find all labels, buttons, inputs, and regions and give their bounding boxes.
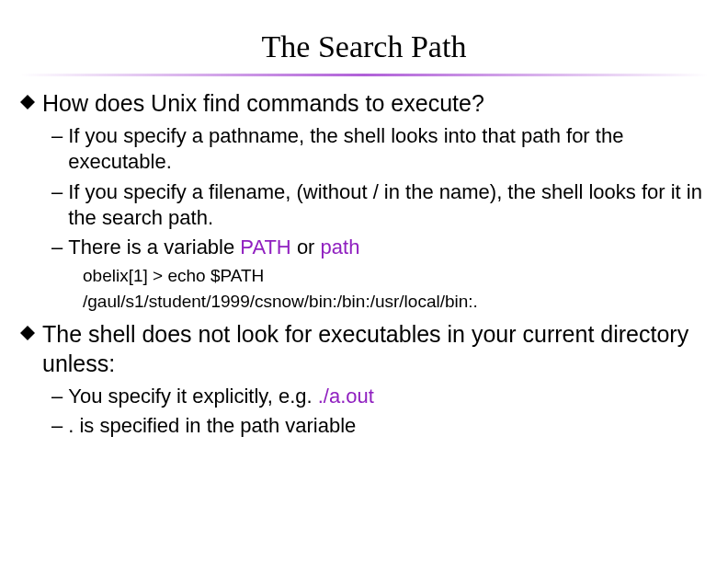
text-fragment: There is a variable bbox=[68, 236, 240, 259]
level2-text: If you specify a filename, (without / in… bbox=[68, 179, 708, 231]
bullet-group-2: The shell does not look for executables … bbox=[20, 320, 708, 439]
highlight-path: PATH bbox=[240, 236, 290, 259]
slide-content: How does Unix find commands to execute? … bbox=[0, 89, 728, 439]
level1-item: How does Unix find commands to execute? bbox=[20, 89, 708, 118]
level2-text: You specify it explicitly, e.g. ./a.out bbox=[68, 384, 708, 409]
text-fragment: or bbox=[291, 236, 321, 259]
level2-item: – If you specify a pathname, the shell l… bbox=[51, 123, 708, 175]
dash-bullet: – bbox=[51, 123, 63, 175]
level1-text: The shell does not look for executables … bbox=[42, 320, 708, 378]
level2-item: – There is a variable PATH or path bbox=[51, 235, 708, 260]
level2-text: There is a variable PATH or path bbox=[68, 235, 708, 260]
svg-marker-0 bbox=[20, 95, 35, 109]
dash-bullet: – bbox=[51, 413, 63, 439]
level1-item: The shell does not look for executables … bbox=[20, 320, 708, 378]
level2-text: If you specify a pathname, the shell loo… bbox=[68, 123, 708, 175]
level3-code: /gaul/s1/student/1999/csnow/bin:/bin:/us… bbox=[83, 290, 708, 314]
title-divider bbox=[20, 74, 708, 76]
dash-bullet: – bbox=[51, 179, 63, 231]
highlight-path: path bbox=[321, 236, 360, 259]
dash-bullet: – bbox=[51, 384, 63, 409]
text-fragment: You specify it explicitly, e.g. bbox=[68, 385, 317, 408]
dash-bullet: – bbox=[51, 235, 63, 260]
diamond-bullet-icon bbox=[20, 326, 35, 340]
level1-text: How does Unix find commands to execute? bbox=[42, 89, 708, 118]
svg-marker-1 bbox=[20, 326, 35, 340]
highlight-aout: ./a.out bbox=[318, 385, 374, 408]
level3-code: obelix[1] > echo $PATH bbox=[83, 264, 708, 288]
level2-text: . is specified in the path variable bbox=[68, 413, 708, 439]
bullet-group-1: How does Unix find commands to execute? … bbox=[20, 89, 708, 313]
level2-item: – You specify it explicitly, e.g. ./a.ou… bbox=[51, 384, 708, 409]
slide-title: The Search Path bbox=[0, 29, 728, 64]
diamond-bullet-icon bbox=[20, 95, 35, 109]
level2-item: – . is specified in the path variable bbox=[51, 413, 708, 439]
level2-item: – If you specify a filename, (without / … bbox=[51, 179, 708, 231]
